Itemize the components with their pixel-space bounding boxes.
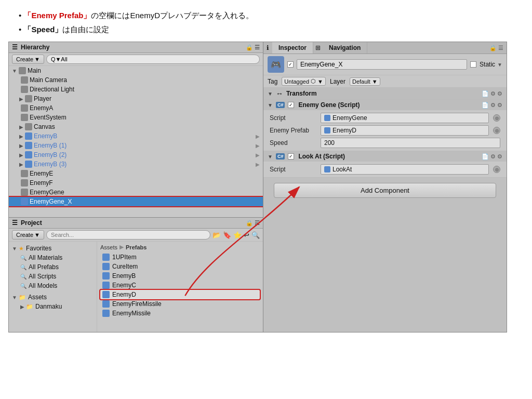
hierarchy-create-button[interactable]: Create ▼: [12, 55, 44, 64]
lookat-title: Look At (Script): [298, 153, 478, 160]
hierarchy-search-input[interactable]: [46, 55, 260, 64]
tree-item-player[interactable]: Player: [9, 94, 263, 103]
script-field-value: EnemyGene: [321, 113, 489, 123]
field-speed: Speed 200: [263, 137, 507, 149]
tree-item-eventsystem[interactable]: EventSystem: [9, 113, 263, 122]
inspector-tabs: ℹ Inspector ⊞ Navigation 🔒 ☰: [263, 42, 507, 54]
tree-item-enemyB1[interactable]: EnemyB (1) ▶: [9, 141, 263, 150]
bullet1-highlight: 「Enemy Prefab」: [23, 11, 91, 20]
tree-item-enemyB[interactable]: EnemyB ▶: [9, 131, 263, 141]
transform-header[interactable]: ↔ Transform 📄 ⚙ ⚙: [263, 88, 507, 99]
enemygene-body: Script EnemyGene ◎ Enemy Prefab EnemyD: [263, 110, 507, 151]
lookat-body: Script LookAt ◎: [263, 162, 507, 177]
enemygene-enabled[interactable]: ✓: [288, 102, 294, 108]
enemygene-icons: 📄 ⚙ ⚙: [482, 102, 502, 109]
add-component-button[interactable]: Add Component: [274, 183, 496, 198]
hierarchy-toolbar: Create ▼: [9, 53, 263, 66]
project-toolbar: Create ▼ 📂 🔖 ⭐ ↩ 🔍: [9, 229, 263, 242]
lookat-enabled[interactable]: ✓: [288, 153, 294, 159]
cube-icon-enemyF: [21, 179, 28, 187]
asset-enemymissile[interactable]: EnemyMissile: [100, 309, 260, 318]
prefab-cube-enemyD: [102, 291, 110, 298]
transform-move-icon: ↔: [276, 89, 283, 98]
script-circle-btn[interactable]: ◎: [493, 114, 500, 122]
search-icon-prefab: 🔍: [20, 264, 26, 270]
breadcrumb-sep: ▶: [119, 244, 124, 250]
proj-danmaku[interactable]: 📁 Danmaku: [9, 302, 97, 311]
object-enabled-checkbox[interactable]: ✓: [287, 61, 294, 68]
project-assets-area: Assets ▶ Prefabs 1UPItem CureItem E: [97, 242, 263, 332]
script-badge-c: C#: [276, 102, 285, 108]
hierarchy-panel: ☰ Hierarchy 🔒 ☰ Create ▼ Main: [9, 42, 263, 218]
asset-cureitem[interactable]: CureItem: [100, 262, 260, 271]
tree-item-enemyF[interactable]: EnemyF: [9, 178, 263, 188]
static-checkbox[interactable]: [470, 61, 476, 68]
transform-title: Transform: [286, 90, 478, 97]
enemy-prefab-circle-btn[interactable]: ◎: [493, 127, 500, 134]
left-panels: ☰ Hierarchy 🔒 ☰ Create ▼ Main: [9, 42, 263, 332]
tree-item-enemyGeneX[interactable]: EnemyGene_X: [9, 197, 263, 206]
star-icon: ★: [19, 245, 24, 252]
lookat-circle-btn[interactable]: ◎: [493, 166, 500, 173]
script-ref-text: EnemyGene: [332, 114, 367, 122]
inspector-header-icons: 🔒 ☰: [489, 45, 507, 51]
tree-item-enemyE[interactable]: EnemyE: [9, 169, 263, 178]
proj-all-models[interactable]: 🔍 All Models: [9, 281, 97, 290]
tree-item-enemyGene[interactable]: EnemyGene: [9, 188, 263, 197]
proj-favorites[interactable]: ★ Favorites: [9, 244, 97, 253]
asset-enemyfiremissile[interactable]: EnemyFireMissile: [100, 299, 260, 309]
cube-icon-enemyB3: [25, 161, 32, 168]
enemygene-title: Enemy Gene (Script): [298, 101, 478, 109]
search-icon-script: 🔍: [20, 274, 26, 280]
project-icon2: 🔖: [223, 231, 231, 239]
cube-icon-enemyA: [21, 104, 28, 112]
asset-1upitem[interactable]: 1UPItem: [100, 252, 260, 262]
proj-all-materials[interactable]: 🔍 All Materials: [9, 253, 97, 262]
prefab-cube-enemyfiremissile: [102, 300, 110, 308]
proj-all-scripts[interactable]: 🔍 All Scripts: [9, 272, 97, 281]
nav-grid-icon: ⊞: [313, 42, 323, 54]
enemygene-header[interactable]: C# ✓ Enemy Gene (Script) 📄 ⚙ ⚙: [263, 100, 507, 110]
lookat-header[interactable]: C# ✓ Look At (Script) 📄 ⚙ ⚙: [263, 151, 507, 162]
project-header: ☰ Project 🔒 ☰: [9, 218, 263, 229]
layer-label: Layer: [330, 78, 345, 85]
search-icon-mat: 🔍: [20, 255, 26, 261]
prefab-cube-1upitem: [102, 254, 110, 261]
lookat-script-label: Script: [270, 166, 316, 173]
tab-navigation[interactable]: Navigation: [323, 42, 367, 54]
tree-item-dirlight[interactable]: Directional Light: [9, 85, 263, 94]
project-search-input[interactable]: [46, 230, 210, 240]
tree-item-maincamera[interactable]: Main Camera: [9, 75, 263, 85]
tag-dropdown-icon: ⬡: [311, 78, 316, 85]
cube-icon-enemyE: [21, 170, 28, 177]
lookat-icons: 📄 ⚙ ⚙: [482, 153, 502, 160]
inspector-panel: ℹ Inspector ⊞ Navigation 🔒 ☰ 🎮 ✓ Static …: [263, 42, 507, 332]
field-script: Script EnemyGene ◎: [263, 112, 507, 124]
tree-item-main[interactable]: Main: [9, 66, 263, 75]
proj-all-prefabs[interactable]: 🔍 All Prefabs: [9, 262, 97, 272]
lookat-script-value: LookAt: [321, 164, 489, 175]
asset-enemyC[interactable]: EnemyC: [100, 281, 260, 290]
proj-assets[interactable]: 📁 Assets: [9, 292, 97, 302]
speed-value[interactable]: 200: [321, 138, 500, 148]
hierarchy-menu-icon: ☰: [12, 44, 18, 51]
object-name-field[interactable]: [297, 59, 467, 70]
prefab-cube-enemymissile: [102, 310, 110, 317]
static-dropdown-arrow[interactable]: ▼: [497, 62, 502, 68]
tree-item-canvas[interactable]: Canvas: [9, 122, 263, 131]
tab-inspector[interactable]: Inspector: [272, 42, 313, 54]
folder-icon-danmaku: 📁: [26, 303, 33, 310]
project-create-button[interactable]: Create ▼: [12, 230, 44, 240]
tree-item-enemyA[interactable]: EnemyA: [9, 103, 263, 113]
hierarchy-title: Hierarchy: [21, 44, 49, 51]
tag-select[interactable]: Untagged ⬡ ▼: [282, 77, 326, 86]
tree-item-enemyB2[interactable]: EnemyB (2) ▶: [9, 150, 263, 159]
layer-select[interactable]: Default ▼: [350, 77, 380, 86]
asset-enemyB-proj[interactable]: EnemyB: [100, 271, 260, 281]
enemy-prefab-text: EnemyD: [332, 127, 356, 134]
tag-layer-row: Tag Untagged ⬡ ▼ Layer Default ▼: [263, 75, 507, 88]
cube-icon-enemyB2: [25, 151, 32, 158]
tag-arrow: ▼: [317, 78, 323, 85]
asset-enemyD[interactable]: EnemyD: [100, 290, 260, 299]
tree-item-enemyB3[interactable]: EnemyB (3) ▶: [9, 159, 263, 169]
